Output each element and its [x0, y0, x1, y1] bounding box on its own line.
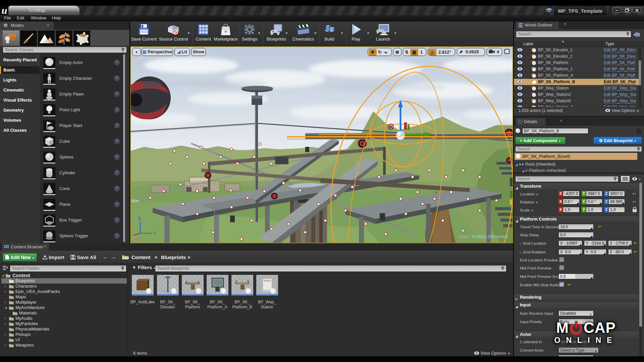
- svg-text:Level:TestMap (Persistent): Level:TestMap (Persistent): [459, 234, 508, 239]
- svg-text:Z: Z: [138, 216, 141, 221]
- svg-text:+: +: [633, 32, 636, 37]
- svg-text:tion: tion: [131, 198, 139, 203]
- svg-text:?: ?: [136, 239, 138, 243]
- svg-text:Wep Station: Wep Station: [264, 280, 271, 282]
- svg-text:u: u: [224, 28, 227, 34]
- svg-text:Y: Y: [153, 231, 156, 236]
